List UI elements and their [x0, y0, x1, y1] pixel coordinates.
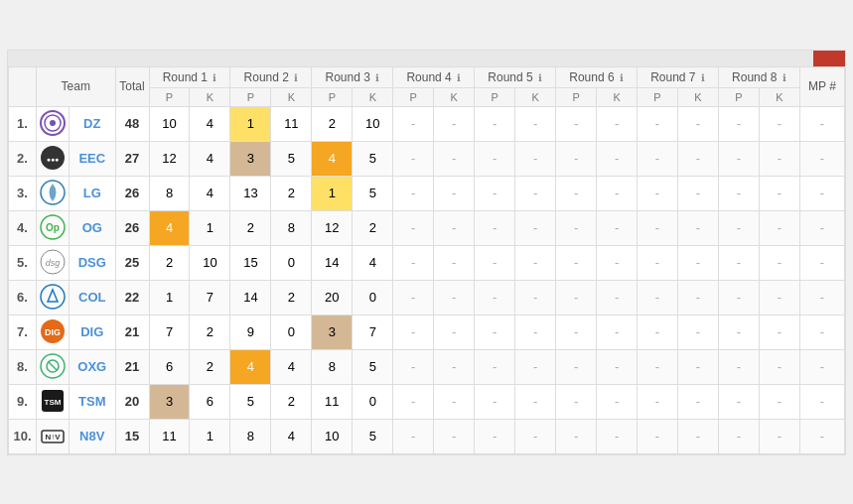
- team-name-cell[interactable]: OXG: [70, 349, 116, 384]
- round7-k-cell: -: [678, 106, 719, 141]
- total-cell: 27: [115, 141, 149, 176]
- round4-k-cell: -: [434, 280, 475, 315]
- round5-p-cell: -: [475, 106, 515, 141]
- round1-k-cell: 4: [190, 106, 230, 141]
- round6-k-cell: -: [597, 176, 638, 210]
- total-cell: 21: [115, 349, 149, 384]
- svg-marker-10: [48, 290, 58, 302]
- rank-cell: 1.: [9, 106, 37, 141]
- round2-p-cell: 9: [230, 315, 271, 349]
- round2-k-cell: 4: [271, 419, 312, 453]
- total-cell: 20: [115, 384, 149, 419]
- round2-k-cell: 2: [271, 384, 312, 419]
- svg-text:Op: Op: [46, 222, 60, 233]
- round8-p-cell: -: [718, 176, 759, 210]
- round4-p-cell: -: [393, 419, 434, 453]
- mp-cell: -: [799, 106, 844, 141]
- round5-k-cell: -: [515, 210, 556, 245]
- round5-p-cell: -: [475, 176, 515, 210]
- round1-header: Round 1 ℹ: [149, 66, 230, 87]
- r3-k-header: K: [353, 87, 393, 106]
- total-cell: 25: [115, 245, 149, 280]
- team-logo-cell: Op: [37, 210, 70, 245]
- round1-k-cell: 10: [190, 245, 230, 280]
- round6-p-cell: -: [556, 349, 597, 384]
- mp-cell: -: [799, 315, 844, 349]
- round3-p-cell: 3: [312, 315, 353, 349]
- team-name-cell[interactable]: DZ: [70, 106, 116, 141]
- round2-k-cell: 4: [271, 349, 312, 384]
- round2-p-cell: 15: [230, 245, 271, 280]
- team-name-cell[interactable]: COL: [70, 280, 116, 315]
- round1-p-cell: 7: [149, 315, 190, 349]
- round6-k-cell: -: [597, 210, 638, 245]
- r2-p-header: P: [230, 87, 271, 106]
- standings-table: Team Total Round 1 ℹ Round 2 ℹ Round 3 ℹ…: [8, 66, 845, 454]
- team-name-cell[interactable]: OG: [70, 210, 116, 245]
- round5-p-cell: -: [475, 349, 515, 384]
- round8-k-cell: -: [759, 245, 799, 280]
- round7-p-cell: -: [638, 106, 678, 141]
- r6-p-header: P: [556, 87, 597, 106]
- team-logo-cell: [37, 176, 70, 210]
- rank-cell: 9.: [9, 384, 37, 419]
- round7-p-cell: -: [638, 280, 678, 315]
- team-logo-cell: [37, 106, 70, 141]
- round4-header: Round 4 ℹ: [393, 66, 475, 87]
- round6-k-cell: -: [597, 245, 638, 280]
- rank-col-header: [9, 66, 37, 106]
- team-name-cell[interactable]: DIG: [70, 315, 116, 349]
- svg-text:DIG: DIG: [45, 327, 61, 337]
- round3-header: Round 3 ℹ: [312, 66, 393, 87]
- team-logo-cell: TSM: [37, 384, 70, 419]
- svg-text:TSM: TSM: [45, 398, 62, 407]
- round6-p-cell: -: [556, 176, 597, 210]
- rank-cell: 2.: [9, 141, 37, 176]
- round2-p-cell: 2: [230, 210, 271, 245]
- total-col-header: Total: [115, 66, 149, 106]
- round4-k-cell: -: [434, 419, 475, 453]
- round7-p-cell: -: [638, 315, 678, 349]
- round8-p-cell: -: [718, 106, 759, 141]
- round5-p-cell: -: [475, 384, 515, 419]
- round7-p-cell: -: [638, 245, 678, 280]
- round5-k-cell: -: [515, 280, 556, 315]
- round6-p-cell: -: [556, 419, 597, 453]
- round8-p-cell: -: [718, 141, 759, 176]
- mp-cell: -: [799, 245, 844, 280]
- round6-k-cell: -: [597, 106, 638, 141]
- rank-cell: 5.: [9, 245, 37, 280]
- mp-cell: -: [799, 141, 844, 176]
- team-logo-cell: dsg: [37, 245, 70, 280]
- rank-cell: 3.: [9, 176, 37, 210]
- round2-p-cell: 14: [230, 280, 271, 315]
- round7-k-cell: -: [678, 176, 719, 210]
- round7-header: Round 7 ℹ: [638, 66, 719, 87]
- team-name-cell[interactable]: TSM: [70, 384, 116, 419]
- round2-p-cell: 13: [230, 176, 271, 210]
- r1-k-header: K: [190, 87, 230, 106]
- round5-p-cell: -: [475, 141, 515, 176]
- round7-k-cell: -: [678, 280, 719, 315]
- round5-k-cell: -: [515, 419, 556, 453]
- team-name-cell[interactable]: LG: [70, 176, 116, 210]
- round4-p-cell: -: [393, 349, 434, 384]
- rank-cell: 7.: [9, 315, 37, 349]
- team-col-header: Team: [37, 66, 116, 106]
- points-button[interactable]: [813, 51, 845, 66]
- round8-p-cell: -: [718, 419, 759, 453]
- round1-k-cell: 6: [190, 384, 230, 419]
- round3-p-cell: 8: [312, 349, 353, 384]
- r7-k-header: K: [678, 87, 719, 106]
- team-name-cell[interactable]: DSG: [70, 245, 116, 280]
- team-name-cell[interactable]: N8V: [70, 419, 116, 453]
- round7-p-cell: -: [638, 210, 678, 245]
- round1-info-icon: ℹ: [213, 72, 216, 83]
- round1-k-cell: 7: [190, 280, 230, 315]
- round3-p-cell: 4: [312, 141, 353, 176]
- round1-k-cell: 2: [190, 349, 230, 384]
- team-name-cell[interactable]: EEC: [70, 141, 116, 176]
- round7-p-cell: -: [638, 349, 678, 384]
- round3-k-cell: 7: [353, 315, 393, 349]
- r4-k-header: K: [434, 87, 475, 106]
